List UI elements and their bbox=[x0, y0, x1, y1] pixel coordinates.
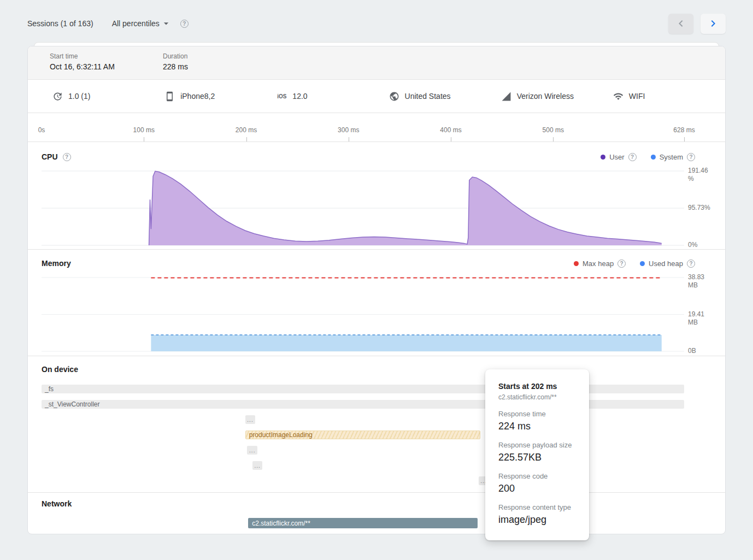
cpu-ytick-label: 0% bbox=[688, 241, 714, 249]
timeline-tick-label: 0s bbox=[38, 126, 45, 134]
tooltip-field-value: 200 bbox=[498, 483, 576, 494]
tooltip-field-label: Response code bbox=[498, 472, 576, 480]
collapsed-span-chip[interactable]: ... bbox=[245, 415, 256, 424]
device-attribute-phone: iPhone8,2 bbox=[164, 91, 277, 102]
start-time-value: Oct 16, 6:32:11 AM bbox=[50, 62, 163, 71]
tooltip-field-value: image/jpeg bbox=[498, 514, 576, 526]
help-icon[interactable] bbox=[180, 20, 189, 28]
timeline-tick-label: 100 ms bbox=[133, 126, 155, 134]
chevron-left-icon bbox=[674, 17, 687, 30]
tooltip-field-value: 224 ms bbox=[498, 421, 576, 432]
wifi-icon bbox=[613, 91, 623, 102]
help-icon[interactable] bbox=[687, 260, 695, 268]
percentiles-dropdown-label: All percentiles bbox=[112, 19, 160, 28]
memory-chart[interactable] bbox=[42, 274, 684, 353]
memory-ytick-label: 38.83 MB bbox=[688, 273, 714, 290]
duration-label: Duration bbox=[163, 52, 276, 60]
ios-icon: iOS bbox=[277, 93, 287, 99]
device-attribute-wifi: WIFI bbox=[613, 91, 725, 102]
help-icon[interactable] bbox=[617, 260, 626, 268]
tooltip-fields: Response time224 msResponse payload size… bbox=[498, 410, 576, 526]
timeline-tick-mark bbox=[144, 137, 144, 142]
memory-yaxis: 38.83 MB19.41 MB0B bbox=[688, 274, 716, 353]
legend-dot-icon bbox=[601, 155, 605, 160]
help-icon[interactable] bbox=[687, 153, 695, 161]
tooltip-field-label: Response time bbox=[498, 410, 576, 418]
timeline: 0s100 ms200 ms300 ms400 ms500 ms628 ms bbox=[28, 113, 725, 142]
timeline-ruler: 0s100 ms200 ms300 ms400 ms500 ms628 ms bbox=[42, 113, 684, 142]
chevron-right-icon bbox=[707, 17, 720, 30]
on-device-section-title: On device bbox=[42, 365, 78, 374]
cpu-legend: UserSystem bbox=[601, 153, 695, 161]
percentiles-dropdown[interactable]: All percentiles bbox=[112, 18, 172, 29]
start-time-label: Start time bbox=[50, 52, 163, 60]
device-attribute-value: Verizon Wireless bbox=[517, 92, 574, 101]
session-card: Start time Oct 16, 6:32:11 AM Duration 2… bbox=[27, 46, 726, 534]
tooltip-title: Starts at 202 ms bbox=[498, 382, 576, 391]
cpu-yaxis: 191.46 %95.73%0% bbox=[688, 170, 716, 246]
trace-bar-label: _fs bbox=[45, 385, 54, 393]
collapsed-span-chip[interactable]: ... bbox=[247, 446, 257, 455]
tooltip-field-label: Response payload size bbox=[498, 441, 576, 449]
legend-item-user: User bbox=[601, 153, 636, 161]
network-section-header: Network bbox=[28, 493, 725, 508]
legend-dot-icon bbox=[640, 261, 645, 266]
timeline-tick-label: 500 ms bbox=[543, 126, 564, 134]
timeline-tick-label: 400 ms bbox=[440, 126, 461, 134]
collapsed-span-chip[interactable]: ... bbox=[252, 461, 263, 470]
timeline-tick-mark bbox=[246, 137, 247, 142]
legend-dot-icon bbox=[651, 155, 656, 160]
device-attribute-app-version: 1.0 (1) bbox=[52, 91, 164, 102]
previous-session-button[interactable] bbox=[668, 14, 693, 34]
device-info-row: 1.0 (1)iPhone8,2iOS12.0United StatesVeri… bbox=[28, 80, 725, 113]
cpu-chart[interactable] bbox=[42, 170, 684, 246]
legend-item-used-heap: Used heap bbox=[640, 260, 695, 268]
network-section: Network c2.staticflickr.com/** bbox=[28, 493, 725, 534]
timeline-tick-label: 300 ms bbox=[338, 126, 359, 134]
legend-item-system: System bbox=[651, 153, 695, 161]
device-attribute-signal: Verizon Wireless bbox=[501, 91, 613, 102]
legend-label: Used heap bbox=[649, 260, 683, 268]
legend-label: User bbox=[609, 153, 624, 161]
help-icon[interactable] bbox=[628, 153, 637, 161]
on-device-section-header: On device bbox=[28, 356, 725, 374]
session-nav bbox=[668, 14, 726, 34]
signal-icon bbox=[501, 91, 511, 102]
help-icon[interactable] bbox=[63, 153, 71, 161]
device-attribute-ios: iOS12.0 bbox=[277, 92, 389, 101]
cpu-section-title: CPU bbox=[42, 152, 58, 161]
memory-section-title: Memory bbox=[42, 259, 71, 268]
duration-block: Duration 228 ms bbox=[163, 52, 276, 79]
network-request-bar[interactable]: c2.staticflickr.com/** bbox=[248, 518, 477, 528]
sessions-count-label: Sessions (1 of 163) bbox=[27, 19, 93, 28]
memory-ytick-label: 0B bbox=[688, 347, 714, 355]
trace-bar-label: ... bbox=[247, 417, 253, 423]
network-request-tooltip: Starts at 202 ms c2.staticflickr.com/** … bbox=[485, 369, 589, 540]
chevron-down-icon bbox=[161, 18, 172, 29]
trace-bar-label: ... bbox=[249, 447, 255, 453]
device-attribute-value: iPhone8,2 bbox=[180, 92, 215, 101]
cpu-ytick-label: 95.73% bbox=[688, 204, 714, 212]
next-session-button[interactable] bbox=[701, 14, 726, 34]
cpu-section-header: CPU UserSystem bbox=[28, 142, 725, 161]
device-attribute-value: 12.0 bbox=[292, 92, 307, 101]
toolbar: Sessions (1 of 163) All percentiles bbox=[27, 11, 726, 36]
network-request-label: c2.staticflickr.com/** bbox=[252, 520, 310, 527]
tooltip-field-value: 225.57KB bbox=[498, 452, 576, 463]
legend-label: System bbox=[660, 153, 683, 161]
legend-dot-icon bbox=[574, 261, 579, 266]
memory-ytick-label: 19.41 MB bbox=[688, 310, 714, 327]
memory-legend: Max heapUsed heap bbox=[574, 260, 695, 268]
memory-section: Memory Max heapUsed heap 38.83 MB19.41 M… bbox=[28, 250, 725, 356]
tooltip-field-label: Response content type bbox=[498, 503, 576, 511]
trace-bar[interactable]: productImageLoading bbox=[245, 431, 481, 439]
trace-bar-label: productImageLoading bbox=[249, 431, 313, 439]
on-device-section: On device _fs_st_ViewController...produc… bbox=[28, 356, 725, 493]
duration-value: 228 ms bbox=[163, 62, 276, 71]
start-time-block: Start time Oct 16, 6:32:11 AM bbox=[50, 52, 163, 79]
globe-icon bbox=[389, 91, 399, 102]
device-attribute-value: WIFI bbox=[629, 92, 645, 101]
legend-item-max-heap: Max heap bbox=[574, 260, 626, 268]
timeline-tick-mark bbox=[451, 137, 451, 142]
app-version-icon bbox=[52, 91, 63, 102]
